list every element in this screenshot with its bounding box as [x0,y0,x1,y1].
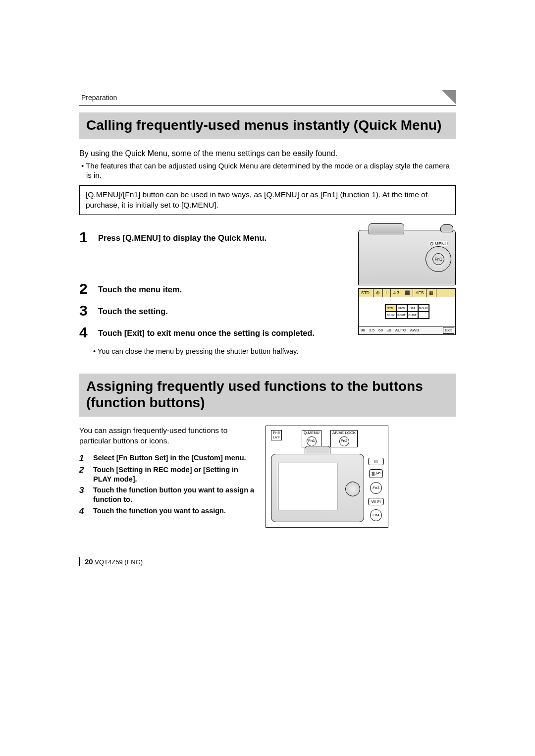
grid-cell [418,312,429,319]
step-number: 2 [79,465,86,484]
shots-remaining: 98 [359,328,367,332]
page-number: 20 [85,557,93,566]
qmenu-text: Q.MENU [304,431,320,435]
info-box: [Q.MENU]/[Fn1] button can be used in two… [79,185,456,215]
step-3: 3 Touch the setting. [79,303,350,318]
step-number: 1 [79,453,86,463]
step-text: Touch [Exit] to exit menu once the setti… [98,325,315,338]
exit-button[interactable]: Exit [443,327,454,334]
grid-cell: CUST [407,312,418,319]
sub-note: You can close the menu by pressing the s… [98,347,350,356]
afae-label-box: AF/AE LOCK Fn2 [330,430,358,447]
lvf-text: LVF [273,435,280,440]
step-4: 4 Touch [Exit] to exit menu once the set… [79,325,350,340]
ev-value: ±0 [385,328,393,332]
illustrations-right-1: Q.MENU Fn1 STD. ⊕ L 4:3 ⬛ AFS ▦ STD. VIV… [358,230,456,356]
lcd-icon: AFS [413,289,427,297]
fnstep-3: 3 Touch the function button you want to … [79,486,258,504]
shutter-button-icon [440,224,453,232]
step-columns-2: You can assign frequently-used functions… [79,426,456,528]
step-1: 1 Press [Q.MENU] to display the Quick Me… [79,230,350,245]
fn5-label: Fn5 LVF [271,430,282,441]
lcd-top-bar: STD. ⊕ L 4:3 ⬛ AFS ▦ [359,289,455,297]
fn1-button-icon: Fn1 [432,253,444,265]
manual-page: Preparation Calling frequently-used menu… [79,93,456,625]
intro-text-1: By using the Quick Menu, some of the men… [79,148,456,159]
fn2-circle: Fn2 [339,436,349,446]
lcd-middle: STD. VIVD NAT MONO SCNY PORT CUST [359,297,455,326]
step-text: Touch the menu item. [98,281,182,295]
photo-style-grid: STD. VIVD NAT MONO SCNY PORT CUST [385,304,429,319]
fn1-circle: Fn1 [307,436,317,446]
step-text: Touch the function button you want to as… [93,486,258,504]
lcd-screen-illustration: STD. ⊕ L 4:3 ⬛ AFS ▦ STD. VIVD NAT MONO … [358,288,456,335]
fn4-circle: Fn4 [370,509,382,521]
control-wheel-icon [345,482,360,496]
section-title-2: Assigning frequently used functions to t… [86,378,449,410]
viewfinder-hump [369,223,404,234]
step-columns-1: 1 Press [Q.MENU] to display the Quick Me… [79,230,456,356]
step-number: 1 [79,230,90,245]
lcd-icon: L [383,289,391,297]
qmenu-label-box: Q.MENU Fn1 [302,430,321,447]
grid-cell: MONO [418,305,429,312]
spacer [79,252,350,281]
step-text: Select [Fn Button Set] in the [Custom] m… [93,453,246,463]
wifi-label: Wi-Fi [368,498,384,505]
lcd-bottom-bar: 98 3.5 60 ±0 AUTO AWB Exit [359,326,455,334]
shutter-value: 60 [376,328,385,332]
step-text: Touch the setting. [98,303,168,317]
fnstep-2: 2 Touch [Setting in REC mode] or [Settin… [79,465,258,484]
trash-return-label: 🗑/↶ [369,469,383,478]
step-text: Press [Q.MENU] to display the Quick Menu… [98,230,267,243]
intro-text-2: You can assign frequently-used functions… [79,426,258,446]
step-number: 2 [79,281,90,296]
page-footer: 20 VQT4Z59 (ENG) [79,557,456,566]
step-2: 2 Touch the menu item. [79,281,350,296]
fnstep-4: 4 Touch the function you want to assign. [79,506,258,516]
grid-cell: SCNY [385,312,396,319]
section-heading-2: Assigning frequently used functions to t… [79,374,456,416]
flash-mode: AUTO [393,328,408,332]
lcd-icon: ▦ [427,289,436,297]
steps-left-2: You can assign frequently-used functions… [79,426,258,528]
wb-mode: AWB [408,328,421,332]
touch-icon-box: ▤ [368,458,384,465]
fn3-circle: Fn3 [370,482,382,494]
right-side-labels: ▤ 🗑/↶ Fn3 Wi-Fi Fn4 [368,458,384,521]
camera-top-illustration: Q.MENU Fn1 [358,230,456,285]
lcd-icon: ⊕ [374,289,383,297]
corner-decoration [442,90,456,104]
step-number: 3 [79,303,90,318]
fnstep-1: 1 Select [Fn Button Set] in the [Custom]… [79,453,258,463]
spacer [79,356,456,374]
breadcrumb: Preparation [79,94,117,102]
step-number: 4 [79,325,90,340]
step-text: Touch [Setting in REC mode] or [Setting … [93,465,258,484]
rear-screen [278,463,337,510]
breadcrumb-bar: Preparation [79,93,456,106]
lcd-icon: 4:3 [391,289,402,297]
illustrations-right-2: Fn5 LVF Q.MENU Fn1 AF/AE LOCK Fn2 ▤ 🗑 [266,426,388,528]
grid-cell: STD. [385,305,396,312]
doc-code: VQT4Z59 (ENG) [95,558,143,566]
note-bullet-1: The features that can be adjusted using … [86,161,456,180]
section-heading-1: Calling frequently-used menus instantly … [79,112,456,139]
grid-cell: VIVD [396,305,407,312]
section-title-1: Calling frequently-used menus instantly … [86,117,449,133]
lcd-icon: ⬛ [402,289,413,297]
steps-left-1: 1 Press [Q.MENU] to display the Quick Me… [79,230,350,356]
afae-text: AF/AE LOCK [332,431,356,435]
grid-cell: NAT [407,305,418,312]
camera-back-illustration: Fn5 LVF Q.MENU Fn1 AF/AE LOCK Fn2 ▤ 🗑 [266,426,388,528]
lcd-icon: STD. [359,289,374,297]
qmenu-label: Q.MENU [429,241,448,246]
grid-cell: PORT [396,312,407,319]
step-number: 4 [79,506,86,516]
aperture-value: 3.5 [367,328,376,332]
step-text: Touch the function you want to assign. [93,506,226,516]
step-number: 3 [79,486,86,504]
